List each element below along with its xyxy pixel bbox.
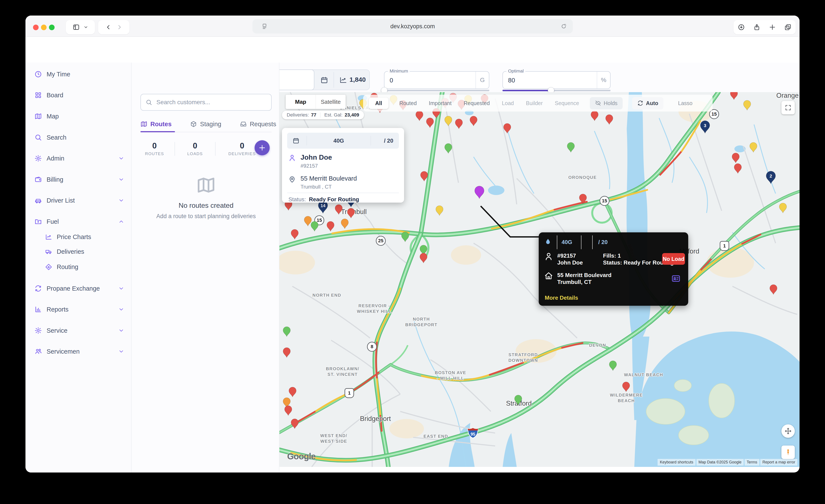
more-details-link[interactable]: More Details: [545, 294, 578, 301]
delivery-marker[interactable]: [283, 347, 291, 359]
map-type-map[interactable]: Map: [286, 95, 316, 109]
share-icon[interactable]: [753, 24, 760, 30]
delivery-marker[interactable]: [420, 171, 428, 182]
minimize-window-button[interactable]: [41, 24, 47, 30]
filter-requested[interactable]: Requested: [462, 100, 491, 106]
calendar-icon[interactable]: [321, 76, 328, 84]
minimum-field[interactable]: 0 G: [384, 71, 489, 89]
delivery-marker[interactable]: [749, 142, 757, 153]
delivery-marker[interactable]: [284, 406, 292, 417]
delivery-marker[interactable]: [401, 232, 409, 243]
delivery-marker[interactable]: [426, 118, 434, 129]
delivery-marker[interactable]: [622, 382, 630, 393]
sidebar-item-fuel[interactable]: Fuel: [25, 214, 132, 229]
delivery-marker[interactable]: [291, 229, 299, 240]
sidebar-item-billing[interactable]: Billing: [25, 172, 132, 187]
delivery-marker[interactable]: [455, 119, 463, 130]
sidebar-item-price-charts[interactable]: Price Charts: [25, 229, 132, 245]
route-stop-marker-2[interactable]: 2: [766, 171, 776, 185]
map-type-satellite[interactable]: Satellite: [316, 95, 346, 109]
tab-overview-icon[interactable]: [784, 24, 791, 30]
fullscreen-button[interactable]: [781, 101, 795, 114]
delivery-marker[interactable]: [769, 284, 777, 296]
delivery-marker[interactable]: [579, 194, 587, 205]
filter-sequence[interactable]: Sequence: [553, 100, 581, 106]
sidebar-item-propane-exchange[interactable]: Propane Exchange: [25, 281, 132, 296]
attribution-link[interactable]: Keyboard shortcuts: [658, 459, 695, 465]
delivery-marker[interactable]: [605, 114, 613, 126]
attribution-link[interactable]: Map Data ©2025 Google: [696, 459, 744, 465]
sidebar-item-reports[interactable]: Reports: [25, 302, 132, 317]
filter-builder[interactable]: Builder: [525, 100, 544, 106]
delivery-marker[interactable]: [591, 111, 598, 122]
delivery-marker[interactable]: [291, 419, 299, 430]
sidebar-item-admin[interactable]: Admin: [25, 151, 132, 166]
delivery-marker[interactable]: [444, 116, 452, 127]
map[interactable]: DANIELS FARMTrumbullORONOQUENORTH ENDRES…: [279, 92, 800, 467]
delivery-marker[interactable]: [436, 205, 443, 217]
attribution-link[interactable]: Terms: [745, 459, 759, 465]
holds-toggle[interactable]: Holds: [590, 97, 623, 110]
delivery-marker[interactable]: [327, 221, 334, 232]
sidebar-item-my-time[interactable]: My Time: [25, 66, 132, 82]
tab-routes[interactable]: Routes: [140, 121, 171, 128]
sidebar-item-search[interactable]: Search: [25, 130, 132, 145]
add-route-button[interactable]: [254, 140, 270, 155]
delivery-marker[interactable]: [444, 143, 452, 154]
lasso-tool[interactable]: Lasso: [673, 97, 698, 110]
sidebar-item-routing[interactable]: Routing: [25, 259, 132, 275]
filter-load[interactable]: Load: [501, 100, 515, 106]
delivery-marker[interactable]: [730, 92, 738, 101]
delivery-marker[interactable]: [420, 253, 427, 264]
delivery-marker[interactable]: [283, 327, 291, 338]
route-stop-marker-3[interactable]: 3: [700, 120, 710, 134]
pegman-button[interactable]: [781, 445, 795, 459]
sidebar-item-service[interactable]: Service: [25, 323, 132, 338]
delivery-marker[interactable]: [289, 387, 296, 398]
pan-button[interactable]: [781, 424, 795, 438]
address-bar[interactable]: dev.kozyops.com: [252, 19, 573, 33]
selected-marker[interactable]: [474, 186, 484, 200]
customer-search[interactable]: [140, 94, 272, 111]
zoom-window-button[interactable]: [49, 24, 55, 30]
optimal-field[interactable]: 80 %: [503, 71, 611, 89]
contact-card-icon[interactable]: [671, 274, 681, 283]
tab-requests[interactable]: Requests: [240, 121, 276, 128]
minimum-slider[interactable]: [384, 90, 489, 91]
delivery-marker[interactable]: [347, 208, 355, 219]
filter-important[interactable]: Important: [428, 100, 453, 106]
delivery-marker[interactable]: [779, 203, 787, 214]
filter-routed[interactable]: Routed: [398, 100, 418, 106]
delivery-marker[interactable]: [503, 123, 511, 134]
delivery-marker[interactable]: [470, 116, 477, 127]
tab-staging[interactable]: Staging: [190, 121, 221, 128]
back-icon[interactable]: [105, 24, 112, 30]
sidebar-item-board[interactable]: Board: [25, 87, 132, 103]
sidebar-toggle-button[interactable]: [66, 20, 95, 34]
reload-icon[interactable]: [561, 23, 567, 29]
close-window-button[interactable]: [33, 24, 39, 30]
customer-popup[interactable]: 40G / 20 John Doe #92157 55 Merritt Boul…: [282, 128, 404, 203]
delivery-marker[interactable]: [311, 221, 318, 232]
delivery-marker[interactable]: [514, 395, 522, 406]
delivery-marker[interactable]: [341, 219, 349, 230]
filter-all[interactable]: All: [369, 97, 388, 109]
sidebar-item-map[interactable]: Map: [25, 109, 132, 124]
sidebar-item-servicemen[interactable]: Servicemen: [25, 344, 132, 359]
marker-tooltip[interactable]: 40G / 20 #92157John Doe Fills: 1Status: …: [539, 232, 688, 306]
optimal-slider[interactable]: [503, 90, 611, 91]
attribution-link[interactable]: Report a map error: [760, 459, 798, 465]
search-input[interactable]: [156, 98, 264, 106]
auto-toggle[interactable]: Auto: [632, 97, 663, 110]
forward-icon[interactable]: [116, 24, 123, 30]
sidebar-item-deliveries[interactable]: Deliveries: [25, 244, 132, 259]
new-tab-icon[interactable]: [769, 24, 776, 30]
downloads-icon[interactable]: [738, 24, 745, 30]
delivery-marker[interactable]: [732, 153, 740, 164]
sidebar-item-driver-list[interactable]: Driver List: [25, 193, 132, 208]
delivery-marker[interactable]: [567, 142, 575, 153]
delivery-marker[interactable]: [743, 100, 751, 111]
delivery-marker[interactable]: [335, 204, 343, 216]
delivery-marker[interactable]: [609, 361, 617, 372]
delivery-marker[interactable]: [734, 163, 742, 174]
